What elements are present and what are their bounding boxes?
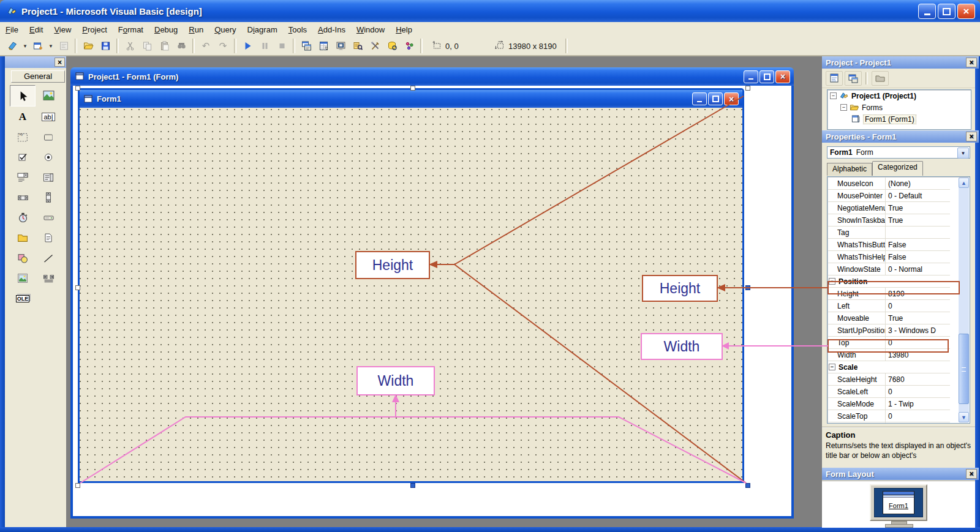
prop-row-height[interactable]: Height8190: [828, 288, 950, 300]
property-value[interactable]: 13860: [886, 422, 950, 424]
properties-window-button[interactable]: [315, 37, 332, 54]
add-form-dropdown-button[interactable]: ▼: [47, 37, 55, 54]
view-code-button[interactable]: [826, 71, 843, 86]
tool-timer-icon[interactable]: [10, 208, 36, 228]
property-value[interactable]: 0: [886, 410, 950, 422]
minimize-button[interactable]: [918, 4, 936, 19]
prop-row-scalemode[interactable]: ScaleMode1 - Twip: [828, 398, 950, 410]
tool-label-icon[interactable]: A: [10, 107, 36, 127]
prop-row-mousepointer[interactable]: MousePointer0 - Default: [828, 190, 950, 202]
tool-checkbox-icon[interactable]: [10, 147, 36, 167]
prop-row-width[interactable]: Width13980: [828, 349, 950, 361]
prop-row-scaleleft[interactable]: ScaleLeft0: [828, 386, 950, 398]
tree-collapse-icon[interactable]: −: [830, 92, 837, 99]
menu-add-ins[interactable]: Add-Ins: [312, 23, 351, 36]
project-explorer-close-icon[interactable]: ×: [966, 58, 977, 67]
tool-textbox-icon[interactable]: ab|: [36, 107, 61, 127]
property-value[interactable]: 13980: [886, 349, 950, 361]
menu-help[interactable]: Help: [390, 23, 418, 36]
copy-button[interactable]: [138, 37, 156, 54]
resize-handle-bottom-right[interactable]: [745, 483, 750, 488]
mdi-minimize-button[interactable]: [744, 70, 758, 83]
tree-item-project1-project1-[interactable]: −Project1 (Project1): [827, 90, 971, 102]
menu-window[interactable]: Window: [351, 23, 390, 36]
mdi-restore-button[interactable]: [760, 70, 774, 83]
menu-tools[interactable]: Tools: [283, 23, 312, 36]
tool-shape-icon[interactable]: [10, 248, 36, 268]
toolbox-button[interactable]: [366, 37, 383, 54]
scroll-up-icon[interactable]: ▲: [959, 178, 969, 188]
menu-format[interactable]: Format: [113, 23, 149, 36]
tree-collapse-icon[interactable]: −: [840, 104, 847, 111]
form1-titlebar[interactable]: Form1 ×: [80, 90, 742, 108]
tool-hscrollbar-icon[interactable]: [10, 187, 36, 208]
project-explorer-titlebar[interactable]: Project - Project1 ×: [822, 56, 979, 69]
tool-ole-icon[interactable]: OLE: [10, 288, 36, 309]
property-value[interactable]: 7680: [886, 373, 950, 385]
prop-row-whatsthisbutton[interactable]: WhatsThisButtonFalse: [828, 239, 950, 251]
resize-handle-right[interactable]: [745, 285, 750, 290]
tab-categorized[interactable]: Categorized: [872, 161, 923, 176]
close-button[interactable]: ×: [957, 4, 975, 19]
tool-line-icon[interactable]: [36, 248, 61, 268]
tool-file-listbox-icon[interactable]: [36, 228, 61, 248]
tool-vscrollbar-icon[interactable]: [36, 187, 61, 208]
property-value[interactable]: 0 - Default: [886, 190, 950, 201]
toggle-folders-button[interactable]: [872, 71, 889, 86]
vcm-button[interactable]: [401, 37, 418, 54]
property-value[interactable]: True: [886, 214, 950, 226]
prop-row-scalewidth[interactable]: ScaleWidth13860: [828, 422, 950, 424]
cut-button[interactable]: [121, 37, 138, 54]
object-browser-button[interactable]: [349, 37, 366, 54]
menu-diagram[interactable]: Diagram: [242, 23, 283, 36]
tool-dir-listbox-icon[interactable]: [10, 228, 36, 248]
property-value[interactable]: 0: [886, 337, 950, 348]
property-value[interactable]: 0: [886, 300, 950, 312]
property-value[interactable]: 1 - Twip: [886, 398, 950, 410]
tree-item-forms[interactable]: −Forms: [827, 102, 971, 113]
menu-run[interactable]: Run: [183, 23, 209, 36]
prop-row-top[interactable]: Top0: [828, 337, 950, 349]
prop-row-negotiatemenus[interactable]: NegotiateMenusTrue: [828, 202, 950, 214]
add-form-button[interactable]: [29, 37, 47, 54]
scroll-down-icon[interactable]: ▼: [959, 412, 969, 422]
tool-option-button-icon[interactable]: [36, 147, 61, 167]
properties-close-icon[interactable]: ×: [966, 132, 977, 141]
toolbox-close-icon[interactable]: ×: [55, 58, 65, 67]
data-view-button[interactable]: [383, 37, 401, 54]
prop-row-whatsthishelp[interactable]: WhatsThisHelpFalse: [828, 251, 950, 263]
property-value[interactable]: (None): [886, 178, 950, 189]
menu-editor-button[interactable]: [55, 37, 72, 54]
tool-image-icon[interactable]: [10, 268, 36, 288]
prop-row-startupposition[interactable]: StartUpPosition3 - Windows D: [828, 324, 950, 337]
object-combobox[interactable]: Form1 Form ▼: [827, 146, 970, 159]
property-value[interactable]: 3 - Windows D: [886, 324, 950, 336]
menu-view[interactable]: View: [48, 23, 77, 36]
menu-file[interactable]: File: [0, 23, 24, 36]
paste-button[interactable]: [156, 37, 173, 54]
form-layout-titlebar[interactable]: Form Layout ×: [822, 468, 979, 480]
resize-handle-bottom-center[interactable]: [410, 483, 415, 488]
project-explorer-button[interactable]: [298, 37, 315, 54]
prop-row-scaletop[interactable]: ScaleTop0: [828, 410, 950, 422]
menu-query[interactable]: Query: [209, 23, 241, 36]
property-value[interactable]: True: [886, 312, 950, 324]
scroll-thumb[interactable]: [959, 334, 969, 404]
property-value[interactable]: 0 - Normal: [886, 263, 950, 275]
form1-minimize-button[interactable]: [692, 92, 707, 105]
prop-row-scale[interactable]: −Scale: [828, 361, 950, 373]
tool-listbox-icon[interactable]: [36, 167, 61, 187]
properties-titlebar[interactable]: Properties - Form1 ×: [822, 130, 979, 143]
menu-project[interactable]: Project: [77, 23, 112, 36]
property-value[interactable]: False: [886, 251, 950, 263]
view-object-button[interactable]: [845, 71, 862, 86]
tool-command-button-icon[interactable]: [36, 127, 61, 147]
save-button[interactable]: [97, 37, 114, 54]
form-layout-close-icon[interactable]: ×: [966, 469, 977, 479]
tab-alphabetic[interactable]: Alphabetic: [827, 163, 872, 176]
properties-scrollbar[interactable]: ▲ ▼: [959, 178, 969, 422]
menu-edit[interactable]: Edit: [24, 23, 48, 36]
tool-data-icon[interactable]: [36, 268, 61, 288]
toolbox-tab-general[interactable]: General: [11, 70, 65, 83]
property-value[interactable]: [886, 227, 950, 238]
